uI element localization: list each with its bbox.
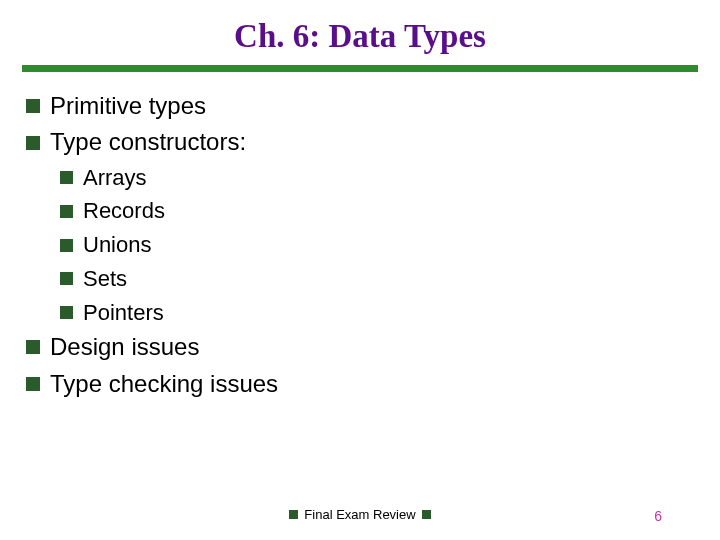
list-item-text: Type checking issues <box>50 368 278 400</box>
slide: Ch. 6: Data Types Primitive types Type c… <box>0 0 720 540</box>
page-number: 6 <box>654 508 662 524</box>
list-item: Primitive types <box>26 90 694 122</box>
square-bullet-icon <box>26 99 40 113</box>
list-item: Type constructors: <box>26 126 694 158</box>
content-area: Primitive types Type constructors: Array… <box>0 90 720 400</box>
list-item: Type checking issues <box>26 368 694 400</box>
list-item: Design issues <box>26 331 694 363</box>
footer: Final Exam Review <box>0 507 720 522</box>
square-bullet-icon <box>60 272 73 285</box>
list-item-text: Records <box>83 196 165 226</box>
square-bullet-icon <box>60 205 73 218</box>
square-bullet-icon <box>26 136 40 150</box>
square-bullet-icon <box>60 171 73 184</box>
list-item: Records <box>60 196 694 226</box>
list-item: Sets <box>60 264 694 294</box>
list-item-text: Type constructors: <box>50 126 246 158</box>
slide-title: Ch. 6: Data Types <box>0 18 720 55</box>
square-bullet-icon <box>289 510 298 519</box>
square-bullet-icon <box>60 306 73 319</box>
list-item-text: Pointers <box>83 298 164 328</box>
list-item-text: Design issues <box>50 331 199 363</box>
footer-text: Final Exam Review <box>304 507 415 522</box>
list-item-text: Arrays <box>83 163 147 193</box>
square-bullet-icon <box>26 340 40 354</box>
list-item-text: Sets <box>83 264 127 294</box>
list-item-text: Primitive types <box>50 90 206 122</box>
square-bullet-icon <box>422 510 431 519</box>
footer-center: Final Exam Review <box>289 507 430 522</box>
title-underline <box>22 65 698 72</box>
list-item: Arrays <box>60 163 694 193</box>
square-bullet-icon <box>60 239 73 252</box>
list-item: Pointers <box>60 298 694 328</box>
square-bullet-icon <box>26 377 40 391</box>
list-item: Unions <box>60 230 694 260</box>
list-item-text: Unions <box>83 230 151 260</box>
